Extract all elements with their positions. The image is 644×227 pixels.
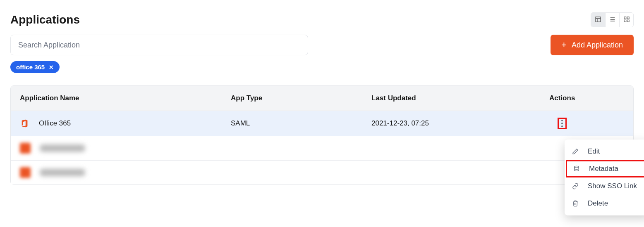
search-input[interactable] <box>10 35 308 55</box>
table-view-button[interactable] <box>591 13 605 27</box>
app-icon <box>20 143 31 154</box>
svg-rect-9 <box>627 20 629 22</box>
redacted-text <box>40 144 85 152</box>
kebab-icon <box>561 123 563 124</box>
svg-rect-0 <box>596 17 601 22</box>
svg-rect-7 <box>627 17 629 19</box>
table-row[interactable]: Office 365 SAML 2021-12-23, 07:25 <box>11 111 633 136</box>
grid-icon <box>623 16 630 24</box>
dropdown-label: Metadata <box>589 165 618 173</box>
plus-icon: + <box>561 40 567 50</box>
svg-rect-6 <box>624 17 626 19</box>
redacted-text <box>40 169 85 176</box>
table-row <box>11 160 633 184</box>
filter-chip-label: office 365 <box>16 64 45 71</box>
dropdown-label: Show SSO Link <box>588 182 637 190</box>
list-view-button[interactable] <box>605 13 619 27</box>
app-icon <box>20 167 31 178</box>
dropdown-label: Edit <box>588 147 600 156</box>
kebab-icon <box>561 125 563 127</box>
view-toggle-group <box>591 12 634 27</box>
column-header-type: App Type <box>231 94 371 102</box>
kebab-icon <box>561 120 563 121</box>
filter-chip[interactable]: office 365 ✕ <box>10 61 60 73</box>
add-button-label: Add Application <box>572 41 623 50</box>
office-365-icon <box>20 118 30 128</box>
database-icon <box>573 166 581 172</box>
app-name: Office 365 <box>39 119 71 128</box>
applications-table: Application Name App Type Last Updated A… <box>10 85 634 185</box>
table-layout-icon <box>595 16 601 24</box>
column-header-updated: Last Updated <box>371 94 549 102</box>
dropdown-item-edit[interactable]: Edit <box>565 143 644 160</box>
add-application-button[interactable]: + Add Application <box>551 35 634 55</box>
app-type: SAML <box>231 119 371 128</box>
dropdown-item-metadata[interactable]: Metadata <box>566 160 644 177</box>
table-header: Application Name App Type Last Updated A… <box>11 86 633 111</box>
dropdown-item-delete[interactable]: Delete <box>565 195 644 212</box>
grid-view-button[interactable] <box>619 13 633 27</box>
list-icon <box>609 16 616 24</box>
column-header-actions: Actions <box>549 94 624 102</box>
page-title: Applications <box>10 13 80 26</box>
actions-dropdown: Edit Metadata Show SSO Link Delete <box>565 140 644 215</box>
row-actions-menu-button[interactable] <box>558 118 567 129</box>
last-updated: 2021-12-23, 07:25 <box>371 119 549 128</box>
trash-icon <box>572 200 579 207</box>
table-row <box>11 136 633 160</box>
dropdown-item-sso[interactable]: Show SSO Link <box>565 177 644 195</box>
svg-rect-8 <box>624 20 626 22</box>
column-header-name: Application Name <box>20 94 231 102</box>
close-icon[interactable]: ✕ <box>49 64 54 71</box>
dropdown-label: Delete <box>588 199 608 208</box>
pencil-icon <box>572 148 579 155</box>
svg-point-10 <box>575 166 579 168</box>
link-icon <box>572 183 579 189</box>
